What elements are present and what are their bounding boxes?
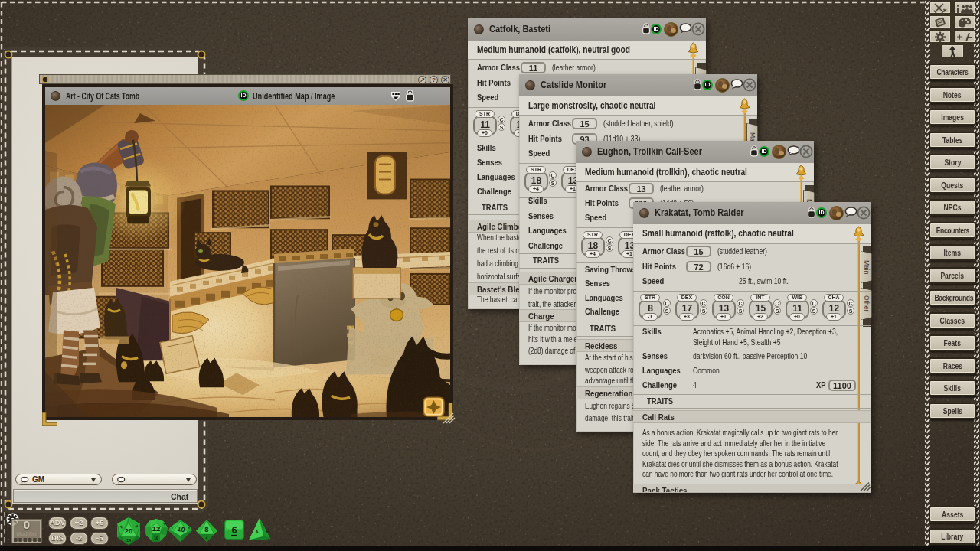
svg-text:10: 10 (154, 536, 158, 540)
svg-text:4: 4 (206, 536, 208, 540)
svg-text:10: 10 (177, 525, 186, 534)
svg-text:6: 6 (232, 525, 237, 536)
svg-text:12: 12 (152, 524, 161, 533)
svg-text:20: 20 (125, 527, 133, 535)
svg-text:8: 8 (204, 525, 208, 533)
svg-text:14: 14 (126, 538, 132, 543)
svg-text:2: 2 (266, 530, 271, 533)
